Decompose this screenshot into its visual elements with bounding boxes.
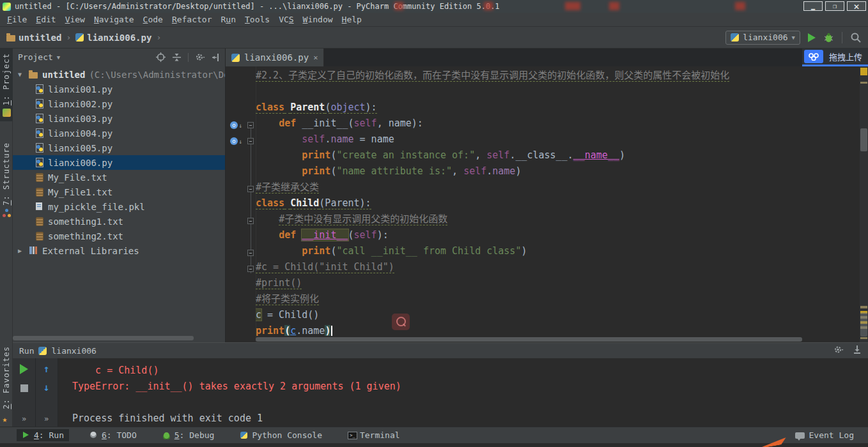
settings-gear-icon[interactable] [195, 52, 205, 62]
collapse-arrow-icon[interactable]: ▶ [18, 247, 25, 254]
code-token[interactable]: #c = Child("init Child") [256, 261, 394, 273]
settings-gear-icon[interactable] [833, 345, 844, 356]
code-line[interactable]: #子类继承父类 [256, 179, 860, 195]
stop-button[interactable] [20, 384, 28, 392]
more-actions-icon[interactable]: » [22, 414, 26, 423]
project-file-row[interactable]: My_File.txt [13, 170, 225, 185]
project-file-row[interactable]: lianxi005.py [13, 140, 225, 155]
project-file-row[interactable]: My_File1.txt [13, 185, 225, 199]
run-button[interactable] [808, 33, 816, 42]
menu-item[interactable]: Navigate [89, 14, 139, 25]
code-line[interactable]: print("create an instance of:", self.__c… [256, 148, 860, 163]
code-token[interactable]: name [330, 133, 353, 145]
minimize-button[interactable]: ▁ [803, 1, 823, 11]
code-token[interactable]: __name__ [573, 149, 619, 161]
project-horizontal-scrollbar[interactable] [13, 336, 194, 340]
code-token[interactable]: ) [325, 325, 330, 336]
project-file-row[interactable]: lianxi001.py [13, 82, 225, 96]
code-line[interactable]: #c = Child("init Child") [256, 259, 860, 275]
code-token[interactable] [296, 229, 302, 241]
code-token[interactable] [256, 133, 302, 145]
code-token[interactable]: class [256, 102, 284, 114]
menu-item[interactable]: Edit [31, 14, 60, 25]
menu-item[interactable]: View [61, 14, 89, 25]
code-token[interactable]: self [354, 117, 377, 129]
code-token[interactable]: print [256, 325, 284, 336]
editor-vertical-scrollbar-ghost[interactable] [860, 312, 867, 337]
code-line[interactable] [256, 84, 860, 100]
code-token[interactable] [256, 165, 302, 177]
external-libraries-row[interactable]: ▶ External Libraries [13, 243, 225, 258]
menu-item[interactable]: Code [139, 14, 167, 25]
code-line[interactable]: def __init__(self, name): [256, 116, 860, 132]
code-token[interactable] [256, 229, 279, 241]
code-token[interactable]: print [302, 245, 330, 257]
collapse-all-icon[interactable] [172, 52, 182, 62]
code-token[interactable]: ) [515, 165, 521, 177]
debug-button[interactable] [823, 33, 834, 43]
code-area[interactable]: #2.2、子类定义了自己的初始化函数，而在子类中没有显示调用父类的初始化函数，则… [256, 66, 860, 336]
code-token[interactable]: "call __init__ from Child class" [336, 245, 521, 257]
code-token[interactable]: ( [284, 325, 290, 336]
code-token[interactable]: .name [296, 325, 325, 336]
chevron-down-icon[interactable]: ▼ [57, 54, 60, 61]
code-token[interactable]: self [486, 149, 509, 161]
code-token[interactable]: = Child() [261, 309, 319, 321]
rerun-button[interactable] [20, 364, 28, 374]
project-file-row[interactable]: lianxi002.py [13, 96, 225, 111]
stripe-mark[interactable] [860, 337, 867, 339]
code-line[interactable]: def __init__(self): [256, 227, 860, 243]
code-token[interactable] [256, 245, 302, 257]
code-token[interactable]: self [463, 165, 486, 177]
code-token[interactable]: name [492, 165, 515, 177]
code-line[interactable]: c = Child() [256, 307, 860, 323]
project-file-row[interactable]: lianxi003.py [13, 111, 225, 126]
menu-item[interactable]: File [3, 14, 31, 25]
code-token[interactable]: print [302, 165, 330, 177]
toolwindow-button[interactable]: 6: TODO [84, 429, 142, 441]
fold-marker[interactable] [247, 122, 254, 128]
code-token[interactable]: , [452, 165, 463, 177]
stripe-mark[interactable] [860, 82, 867, 84]
editor-vertical-scrollbar[interactable] [860, 128, 867, 151]
toolwindow-button[interactable]: 7: Structure [0, 138, 13, 222]
code-line[interactable]: self.name = name [256, 132, 860, 148]
run-tab-label[interactable]: Run [19, 346, 34, 356]
drag-upload-overlay[interactable]: 拖拽上传 [802, 49, 868, 66]
menu-item[interactable]: Tools [240, 14, 274, 25]
more-actions-icon[interactable]: » [44, 414, 49, 423]
code-token[interactable]: #子类继承父类 [256, 181, 319, 193]
code-token[interactable]: "create an instance of:" [336, 149, 475, 161]
code-line[interactable]: class Child(Parent): [256, 195, 860, 211]
toolwindow-button[interactable]: Python Console [235, 429, 327, 441]
code-token[interactable]: ( [348, 229, 354, 241]
code-token[interactable]: c [290, 325, 296, 336]
locate-file-icon[interactable] [156, 52, 166, 62]
search-everywhere-icon[interactable] [850, 32, 862, 43]
override-marker-icon[interactable]: o↓ [230, 121, 242, 129]
code-line[interactable]: print("call __init__ from Child class") [256, 243, 860, 259]
fold-marker[interactable] [247, 218, 254, 224]
code-token[interactable]: print [302, 149, 330, 161]
code-token[interactable]: , name): [377, 117, 423, 129]
toolwindow-button[interactable]: 5: Debug [157, 429, 220, 441]
code-token[interactable] [331, 326, 332, 336]
hide-panel-icon[interactable] [212, 53, 220, 62]
close-button[interactable]: ✕ [847, 1, 866, 11]
code-line[interactable]: print("name attribute is:", self.name) [256, 163, 860, 179]
code-token[interactable]: def [279, 229, 296, 241]
up-stack-trace-icon[interactable]: ↑ [43, 364, 50, 374]
inspection-status-square[interactable] [860, 68, 867, 75]
toolwindow-button[interactable]: Terminal [343, 429, 405, 441]
code-line[interactable]: #子类中没有显示调用父类的初始化函数 [256, 211, 860, 227]
menu-item[interactable]: VCS [274, 14, 298, 25]
code-token[interactable]: ): [377, 229, 389, 241]
code-token[interactable] [256, 213, 279, 225]
breadcrumb-root[interactable]: untitled [19, 33, 61, 43]
project-panel-title[interactable]: Project [18, 52, 53, 62]
code-token[interactable]: #print() [256, 277, 302, 289]
project-file-row[interactable]: something2.txt [13, 229, 225, 243]
code-token[interactable]: def [279, 117, 296, 129]
close-tab-icon[interactable]: ✕ [313, 53, 318, 62]
code-token[interactable]: = name [354, 133, 394, 145]
